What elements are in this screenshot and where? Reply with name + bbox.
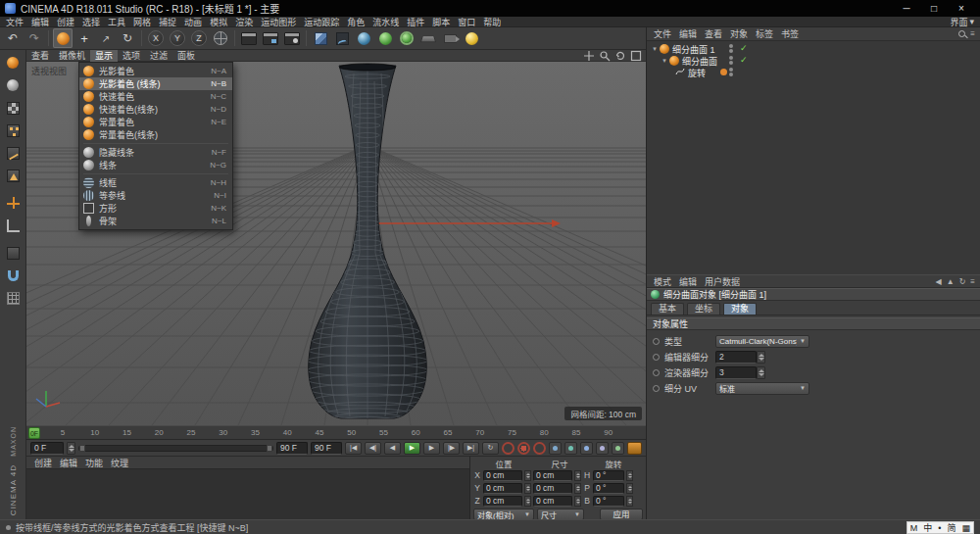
y-axis-lock-button[interactable]: Y: [168, 28, 187, 48]
ime-simplified[interactable]: 简: [944, 521, 958, 534]
stepper[interactable]: [757, 366, 765, 379]
menu-file[interactable]: 文件: [2, 16, 27, 28]
stepper[interactable]: [524, 496, 531, 507]
record-rotation-toggle[interactable]: [580, 442, 593, 455]
z-axis-lock-button[interactable]: Z: [189, 28, 209, 48]
range-start-handle[interactable]: [79, 445, 85, 452]
menu-item-constant-shading[interactable]: 常量着色N~E: [79, 116, 232, 128]
size-z-field[interactable]: 0 cm: [533, 496, 572, 507]
loop-mode-button[interactable]: ↻: [482, 442, 499, 455]
light-button[interactable]: [462, 28, 481, 48]
menu-item-hidden-line[interactable]: 隐藏线条N~F: [79, 146, 232, 159]
menu-pipeline[interactable]: 流水线: [368, 16, 403, 28]
menu-item-quick-shading[interactable]: 快速着色N~C: [79, 90, 232, 103]
camera-button[interactable]: [440, 28, 460, 48]
vp-menu-cameras[interactable]: 摄像机: [54, 50, 90, 62]
material-menu-function[interactable]: 功能: [81, 457, 107, 469]
current-frame-field[interactable]: 0 F: [30, 442, 64, 455]
pos-x-field[interactable]: 0 cm: [483, 470, 522, 481]
play-button[interactable]: ▶: [404, 442, 420, 455]
perspective-viewport[interactable]: 透视视图 网格间距: 100 cm 光影着色N~A 光影着色 (线条)N~B 快…: [26, 62, 646, 425]
environment-button[interactable]: [418, 28, 438, 48]
timeline-ruler[interactable]: 0F 5 10 15 20 25 30 35 40 45 50 55 60 65…: [26, 425, 646, 440]
current-frame-stepper[interactable]: [67, 442, 75, 455]
menu-item-isoparms[interactable]: 等参线N~I: [79, 189, 232, 202]
visibility-dots-icon[interactable]: [729, 44, 733, 53]
enabled-check-icon[interactable]: ✓: [740, 43, 748, 53]
menu-tools[interactable]: 工具: [104, 16, 129, 28]
enable-axis-button[interactable]: [3, 193, 23, 213]
object-row-lathe[interactable]: 旋转: [647, 67, 980, 78]
scale-tool-button[interactable]: ↗: [96, 28, 116, 48]
om-menu-objects[interactable]: 对象: [726, 27, 752, 40]
pos-z-field[interactable]: 0 cm: [483, 496, 522, 507]
stepper[interactable]: [626, 496, 633, 507]
stepper[interactable]: [574, 496, 581, 507]
enable-snap-button[interactable]: [3, 266, 23, 285]
expand-icon[interactable]: ▾: [661, 57, 668, 65]
object-manager-list[interactable]: ▾ 细分曲面 1 ✓ ▾ 细分曲面 ✓ 旋转: [647, 41, 980, 274]
ime-keyboard-icon[interactable]: ▦: [958, 523, 973, 533]
stepper[interactable]: [524, 483, 531, 494]
next-key-button[interactable]: |▶: [443, 442, 460, 455]
layout-switcher[interactable]: 界面 ▾: [950, 16, 980, 28]
om-menu-file[interactable]: 文件: [650, 27, 675, 40]
modeling-tools-button[interactable]: [375, 28, 395, 48]
range-b-field[interactable]: 90 F: [311, 442, 342, 455]
stepper[interactable]: [574, 470, 581, 481]
record-scale-toggle[interactable]: [564, 442, 577, 455]
close-button[interactable]: ×: [948, 0, 975, 17]
goto-start-button[interactable]: |◀: [345, 442, 362, 455]
vp-menu-panel[interactable]: 面板: [172, 50, 200, 62]
render-picture-viewer-button[interactable]: [261, 28, 280, 48]
autokey-button[interactable]: [517, 442, 530, 455]
menu-plugins[interactable]: 插件: [403, 16, 428, 28]
subdivision-surface-button[interactable]: [354, 28, 373, 48]
menu-create[interactable]: 创建: [53, 16, 78, 28]
menu-animate[interactable]: 动画: [180, 16, 206, 28]
add-cube-button[interactable]: [311, 28, 330, 48]
vp-menu-display[interactable]: 显示: [90, 50, 118, 62]
range-end-handle[interactable]: [267, 445, 272, 452]
record-parameter-toggle[interactable]: [596, 442, 609, 455]
range-a-field[interactable]: 90 F: [276, 442, 308, 455]
viewport-camera-label[interactable]: 透视视图: [31, 65, 67, 77]
pos-y-field[interactable]: 0 cm: [483, 483, 522, 494]
menu-item-lines[interactable]: 线条N~G: [79, 159, 232, 171]
record-position-toggle[interactable]: [549, 442, 562, 455]
coordinate-system-button[interactable]: [211, 28, 230, 48]
minimize-button[interactable]: ─: [893, 0, 920, 17]
stepper[interactable]: [626, 483, 633, 494]
om-menu-view[interactable]: 查看: [701, 27, 726, 40]
maximize-button[interactable]: □: [920, 0, 948, 17]
enabled-check-icon[interactable]: ✓: [740, 55, 748, 65]
vp-menu-options[interactable]: 选项: [118, 50, 145, 62]
goto-end-button[interactable]: ▶|: [463, 442, 479, 455]
subdivide-uv-dropdown[interactable]: 标准 ▼: [715, 382, 809, 395]
visibility-dots-icon[interactable]: [729, 56, 733, 65]
rot-p-field[interactable]: 0 °: [593, 483, 624, 494]
size-x-field[interactable]: 0 cm: [533, 470, 572, 481]
rotate-tool-button[interactable]: ↻: [118, 28, 137, 48]
menu-snap[interactable]: 捕捉: [155, 16, 180, 28]
object-row-subdivision-1[interactable]: ▾ 细分曲面 1 ✓: [647, 43, 980, 55]
search-icon[interactable]: [958, 30, 965, 37]
ime-language[interactable]: 中: [920, 521, 935, 534]
material-menu-create[interactable]: 创建: [30, 457, 56, 469]
menu-select[interactable]: 选择: [78, 16, 104, 28]
record-pla-toggle[interactable]: [612, 442, 624, 455]
keyframe-selection-button[interactable]: [533, 442, 546, 455]
render-settings-button[interactable]: [282, 28, 302, 48]
type-dropdown[interactable]: Catmull-Clark(N-Gons) ▼: [715, 335, 809, 348]
menu-window[interactable]: 窗口: [454, 16, 479, 28]
rot-b-field[interactable]: 0 °: [593, 496, 624, 507]
animation-dot-icon[interactable]: [653, 385, 660, 392]
points-mode-button[interactable]: [3, 121, 23, 140]
material-menu-edit[interactable]: 编辑: [56, 457, 81, 469]
object-row-subdivision[interactable]: ▾ 细分曲面 ✓: [647, 55, 980, 67]
ime-punct[interactable]: •: [935, 523, 944, 533]
ime-mode[interactable]: M: [907, 523, 921, 533]
ime-toolbar[interactable]: M 中 • 简 ▦: [906, 521, 974, 534]
menu-item-wireframe[interactable]: 线框N~H: [79, 176, 232, 189]
menu-item-quick-shading-lines[interactable]: 快速着色(线条)N~D: [79, 103, 232, 116]
